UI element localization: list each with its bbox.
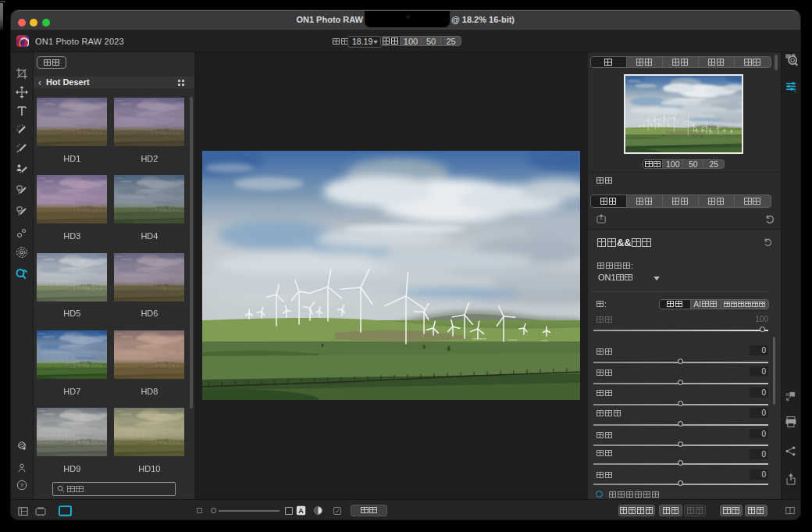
svg-text:A: A <box>298 507 304 515</box>
svg-text:AI: AI <box>785 392 790 397</box>
svg-text:?: ? <box>20 482 24 489</box>
